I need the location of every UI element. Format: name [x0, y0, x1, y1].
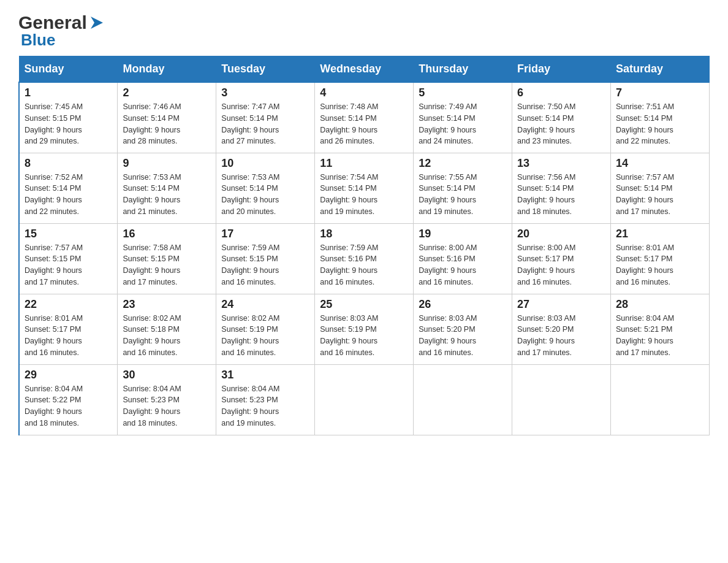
day-info: Sunrise: 8:01 AMSunset: 5:17 PMDaylight:… — [25, 313, 112, 359]
calendar-cell — [315, 364, 414, 435]
day-info: Sunrise: 7:50 AMSunset: 5:14 PMDaylight:… — [517, 101, 605, 147]
logo-general-text: General — [18, 12, 87, 33]
week-row-5: 29Sunrise: 8:04 AMSunset: 5:22 PMDayligh… — [19, 364, 710, 435]
col-header-wednesday: Wednesday — [315, 56, 414, 83]
day-info: Sunrise: 7:48 AMSunset: 5:14 PMDaylight:… — [320, 101, 408, 147]
day-info: Sunrise: 7:59 AMSunset: 5:16 PMDaylight:… — [320, 242, 408, 288]
day-info: Sunrise: 7:51 AMSunset: 5:14 PMDaylight:… — [616, 101, 704, 147]
calendar-cell: 4Sunrise: 7:48 AMSunset: 5:14 PMDaylight… — [315, 82, 414, 153]
day-number: 19 — [419, 228, 507, 240]
day-number: 13 — [517, 157, 605, 170]
day-number: 22 — [25, 298, 112, 311]
day-info: Sunrise: 7:52 AMSunset: 5:14 PMDaylight:… — [25, 172, 112, 218]
col-header-saturday: Saturday — [611, 56, 710, 83]
svg-marker-0 — [91, 17, 103, 29]
day-number: 2 — [123, 86, 211, 99]
calendar-cell: 22Sunrise: 8:01 AMSunset: 5:17 PMDayligh… — [19, 294, 118, 364]
calendar-cell: 1Sunrise: 7:45 AMSunset: 5:15 PMDaylight… — [19, 82, 118, 153]
day-info: Sunrise: 7:59 AMSunset: 5:15 PMDaylight:… — [221, 242, 309, 288]
day-info: Sunrise: 8:04 AMSunset: 5:22 PMDaylight:… — [25, 383, 112, 429]
week-row-2: 8Sunrise: 7:52 AMSunset: 5:14 PMDaylight… — [19, 153, 710, 223]
day-number: 6 — [517, 86, 605, 99]
day-info: Sunrise: 8:04 AMSunset: 5:23 PMDaylight:… — [221, 383, 309, 429]
day-info: Sunrise: 8:03 AMSunset: 5:19 PMDaylight:… — [320, 313, 408, 359]
day-info: Sunrise: 7:53 AMSunset: 5:14 PMDaylight:… — [221, 172, 309, 218]
day-number: 27 — [517, 298, 605, 311]
day-number: 12 — [419, 157, 507, 170]
calendar-cell — [611, 364, 710, 435]
calendar-cell: 7Sunrise: 7:51 AMSunset: 5:14 PMDaylight… — [611, 82, 710, 153]
day-number: 7 — [616, 86, 704, 99]
calendar-cell — [414, 364, 512, 435]
calendar-cell: 12Sunrise: 7:55 AMSunset: 5:14 PMDayligh… — [414, 153, 512, 223]
calendar-cell: 5Sunrise: 7:49 AMSunset: 5:14 PMDaylight… — [414, 82, 512, 153]
day-number: 11 — [320, 157, 408, 170]
day-number: 25 — [320, 298, 408, 311]
day-info: Sunrise: 7:54 AMSunset: 5:14 PMDaylight:… — [320, 172, 408, 218]
calendar-cell: 17Sunrise: 7:59 AMSunset: 5:15 PMDayligh… — [216, 223, 315, 294]
calendar-cell: 6Sunrise: 7:50 AMSunset: 5:14 PMDaylight… — [512, 82, 611, 153]
calendar-cell: 29Sunrise: 8:04 AMSunset: 5:22 PMDayligh… — [19, 364, 118, 435]
day-info: Sunrise: 7:56 AMSunset: 5:14 PMDaylight:… — [517, 172, 605, 218]
day-number: 28 — [616, 298, 704, 311]
day-number: 1 — [25, 86, 112, 99]
calendar-cell: 2Sunrise: 7:46 AMSunset: 5:14 PMDaylight… — [118, 82, 216, 153]
day-info: Sunrise: 8:04 AMSunset: 5:23 PMDaylight:… — [123, 383, 211, 429]
calendar-cell: 18Sunrise: 7:59 AMSunset: 5:16 PMDayligh… — [315, 223, 414, 294]
day-number: 31 — [221, 369, 309, 381]
day-info: Sunrise: 7:57 AMSunset: 5:14 PMDaylight:… — [616, 172, 704, 218]
day-info: Sunrise: 8:03 AMSunset: 5:20 PMDaylight:… — [419, 313, 507, 359]
page-header: General Blue — [18, 12, 710, 50]
calendar-cell: 3Sunrise: 7:47 AMSunset: 5:14 PMDaylight… — [216, 82, 315, 153]
day-info: Sunrise: 8:02 AMSunset: 5:18 PMDaylight:… — [123, 313, 211, 359]
day-number: 5 — [419, 86, 507, 99]
calendar-cell: 26Sunrise: 8:03 AMSunset: 5:20 PMDayligh… — [414, 294, 512, 364]
calendar-cell: 21Sunrise: 8:01 AMSunset: 5:17 PMDayligh… — [611, 223, 710, 294]
calendar-cell: 28Sunrise: 8:04 AMSunset: 5:21 PMDayligh… — [611, 294, 710, 364]
day-number: 9 — [123, 157, 211, 170]
day-info: Sunrise: 8:00 AMSunset: 5:17 PMDaylight:… — [517, 242, 605, 288]
day-info: Sunrise: 8:03 AMSunset: 5:20 PMDaylight:… — [517, 313, 605, 359]
calendar-cell: 23Sunrise: 8:02 AMSunset: 5:18 PMDayligh… — [118, 294, 216, 364]
col-header-friday: Friday — [512, 56, 611, 83]
calendar-cell: 19Sunrise: 8:00 AMSunset: 5:16 PMDayligh… — [414, 223, 512, 294]
day-number: 15 — [25, 228, 112, 240]
logo-arrow-icon — [88, 14, 105, 31]
calendar-cell: 16Sunrise: 7:58 AMSunset: 5:15 PMDayligh… — [118, 223, 216, 294]
day-number: 21 — [616, 228, 704, 240]
calendar-cell: 9Sunrise: 7:53 AMSunset: 5:14 PMDaylight… — [118, 153, 216, 223]
calendar-cell: 8Sunrise: 7:52 AMSunset: 5:14 PMDaylight… — [19, 153, 118, 223]
day-number: 17 — [221, 228, 309, 240]
day-info: Sunrise: 7:49 AMSunset: 5:14 PMDaylight:… — [419, 101, 507, 147]
col-header-sunday: Sunday — [19, 56, 118, 83]
calendar-cell — [512, 364, 611, 435]
day-number: 29 — [25, 369, 112, 381]
logo: General Blue — [18, 12, 105, 50]
calendar-cell: 14Sunrise: 7:57 AMSunset: 5:14 PMDayligh… — [611, 153, 710, 223]
day-info: Sunrise: 7:57 AMSunset: 5:15 PMDaylight:… — [25, 242, 112, 288]
calendar-table: SundayMondayTuesdayWednesdayThursdayFrid… — [18, 56, 710, 435]
col-header-monday: Monday — [118, 56, 216, 83]
calendar-cell: 24Sunrise: 8:02 AMSunset: 5:19 PMDayligh… — [216, 294, 315, 364]
day-info: Sunrise: 7:47 AMSunset: 5:14 PMDaylight:… — [221, 101, 309, 147]
day-info: Sunrise: 7:53 AMSunset: 5:14 PMDaylight:… — [123, 172, 211, 218]
week-row-3: 15Sunrise: 7:57 AMSunset: 5:15 PMDayligh… — [19, 223, 710, 294]
calendar-cell: 10Sunrise: 7:53 AMSunset: 5:14 PMDayligh… — [216, 153, 315, 223]
day-info: Sunrise: 8:01 AMSunset: 5:17 PMDaylight:… — [616, 242, 704, 288]
col-header-thursday: Thursday — [414, 56, 512, 83]
day-info: Sunrise: 7:58 AMSunset: 5:15 PMDaylight:… — [123, 242, 211, 288]
day-number: 3 — [221, 86, 309, 99]
day-number: 8 — [25, 157, 112, 170]
day-info: Sunrise: 8:00 AMSunset: 5:16 PMDaylight:… — [419, 242, 507, 288]
calendar-header-row: SundayMondayTuesdayWednesdayThursdayFrid… — [19, 56, 710, 83]
calendar-cell: 25Sunrise: 8:03 AMSunset: 5:19 PMDayligh… — [315, 294, 414, 364]
day-number: 14 — [616, 157, 704, 170]
col-header-tuesday: Tuesday — [216, 56, 315, 83]
day-number: 4 — [320, 86, 408, 99]
day-number: 16 — [123, 228, 211, 240]
calendar-cell: 20Sunrise: 8:00 AMSunset: 5:17 PMDayligh… — [512, 223, 611, 294]
day-info: Sunrise: 8:04 AMSunset: 5:21 PMDaylight:… — [616, 313, 704, 359]
day-number: 30 — [123, 369, 211, 381]
day-info: Sunrise: 7:55 AMSunset: 5:14 PMDaylight:… — [419, 172, 507, 218]
calendar-cell: 15Sunrise: 7:57 AMSunset: 5:15 PMDayligh… — [19, 223, 118, 294]
